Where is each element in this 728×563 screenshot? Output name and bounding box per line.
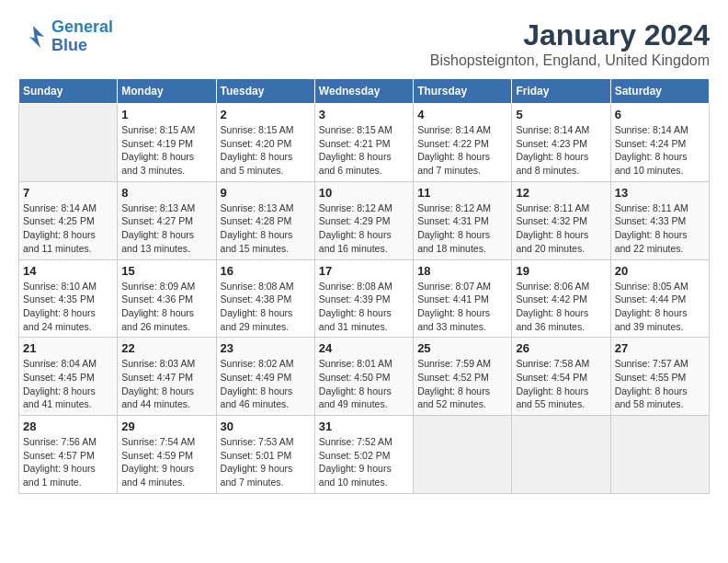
day-number: 11: [417, 186, 507, 200]
day-number: 30: [221, 419, 311, 433]
day-number: 2: [221, 108, 311, 121]
day-number: 5: [516, 108, 606, 121]
daylight-text: Daylight: 8 hours and 39 minutes.: [615, 306, 705, 333]
day-number: 15: [121, 264, 211, 278]
calendar-cell: 12Sunrise: 8:11 AMSunset: 4:32 PMDayligh…: [512, 181, 610, 259]
calendar-cell: 20Sunrise: 8:05 AMSunset: 4:44 PMDayligh…: [610, 259, 709, 338]
calendar-table: SundayMondayTuesdayWednesdayThursdayFrid…: [18, 78, 710, 494]
day-number: 31: [319, 419, 409, 433]
day-number: 29: [121, 419, 211, 433]
day-number: 13: [615, 186, 705, 200]
sunset-text: Sunset: 4:28 PM: [221, 214, 311, 228]
day-number: 7: [23, 186, 113, 200]
calendar-cell: 3Sunrise: 8:15 AMSunset: 4:21 PMDaylight…: [314, 104, 413, 182]
day-info: Sunrise: 7:54 AMSunset: 4:59 PMDaylight:…: [121, 435, 211, 489]
month-title: January 2024: [430, 18, 710, 52]
day-number: 8: [121, 186, 211, 200]
logo-text: General Blue: [51, 18, 113, 55]
sunset-text: Sunset: 5:02 PM: [319, 449, 409, 463]
sunset-text: Sunset: 4:27 PM: [121, 214, 211, 228]
calendar-cell: [414, 416, 512, 494]
daylight-text: Daylight: 8 hours and 7 minutes.: [417, 150, 507, 177]
day-info: Sunrise: 7:58 AMSunset: 4:54 PMDaylight:…: [516, 357, 606, 411]
daylight-text: Daylight: 8 hours and 58 minutes.: [615, 385, 705, 411]
day-info: Sunrise: 8:15 AMSunset: 4:19 PMDaylight:…: [121, 123, 211, 178]
sunset-text: Sunset: 4:50 PM: [319, 371, 409, 385]
calendar-cell: 28Sunrise: 7:56 AMSunset: 4:57 PMDayligh…: [19, 416, 118, 494]
day-number: 4: [417, 108, 507, 121]
calendar-cell: 7Sunrise: 8:14 AMSunset: 4:25 PMDaylight…: [19, 181, 118, 259]
sunset-text: Sunset: 4:21 PM: [319, 137, 409, 151]
day-info: Sunrise: 8:07 AMSunset: 4:41 PMDaylight:…: [417, 280, 507, 334]
calendar-cell: 4Sunrise: 8:14 AMSunset: 4:22 PMDaylight…: [414, 104, 512, 182]
daylight-text: Daylight: 8 hours and 13 minutes.: [121, 228, 211, 255]
day-number: 16: [221, 264, 311, 278]
sunset-text: Sunset: 5:01 PM: [221, 449, 311, 463]
sunrise-text: Sunrise: 8:15 AM: [121, 123, 211, 137]
logo-line1: General: [51, 17, 113, 36]
calendar-cell: 22Sunrise: 8:03 AMSunset: 4:47 PMDayligh…: [118, 338, 216, 416]
sunset-text: Sunset: 4:36 PM: [121, 293, 211, 306]
sunset-text: Sunset: 4:54 PM: [516, 371, 606, 385]
calendar-cell: 24Sunrise: 8:01 AMSunset: 4:50 PMDayligh…: [314, 338, 413, 416]
sunset-text: Sunset: 4:44 PM: [615, 293, 705, 306]
day-info: Sunrise: 8:14 AMSunset: 4:23 PMDaylight:…: [516, 123, 606, 178]
sunset-text: Sunset: 4:38 PM: [221, 293, 311, 306]
daylight-text: Daylight: 8 hours and 11 minutes.: [23, 228, 113, 255]
day-info: Sunrise: 8:08 AMSunset: 4:39 PMDaylight:…: [319, 280, 409, 334]
sunset-text: Sunset: 4:19 PM: [121, 137, 211, 151]
daylight-text: Daylight: 8 hours and 15 minutes.: [221, 228, 311, 255]
day-info: Sunrise: 8:11 AMSunset: 4:32 PMDaylight:…: [516, 201, 606, 256]
calendar-cell: 29Sunrise: 7:54 AMSunset: 4:59 PMDayligh…: [118, 416, 216, 494]
daylight-text: Daylight: 8 hours and 46 minutes.: [221, 385, 311, 411]
calendar-cell: 2Sunrise: 8:15 AMSunset: 4:20 PMDaylight…: [216, 104, 314, 182]
day-info: Sunrise: 8:10 AMSunset: 4:35 PMDaylight:…: [23, 280, 113, 334]
sunrise-text: Sunrise: 8:02 AM: [221, 357, 311, 371]
sunset-text: Sunset: 4:39 PM: [319, 293, 409, 306]
sunrise-text: Sunrise: 8:13 AM: [221, 201, 311, 215]
calendar-cell: 13Sunrise: 8:11 AMSunset: 4:33 PMDayligh…: [610, 181, 709, 259]
calendar-cell: 16Sunrise: 8:08 AMSunset: 4:38 PMDayligh…: [216, 259, 314, 338]
daylight-text: Daylight: 8 hours and 29 minutes.: [221, 306, 311, 333]
day-info: Sunrise: 8:06 AMSunset: 4:42 PMDaylight:…: [516, 280, 606, 334]
daylight-text: Daylight: 8 hours and 33 minutes.: [417, 306, 507, 333]
sunrise-text: Sunrise: 7:53 AM: [221, 435, 311, 449]
calendar-week-row: 1Sunrise: 8:15 AMSunset: 4:19 PMDaylight…: [19, 104, 710, 182]
daylight-text: Daylight: 8 hours and 26 minutes.: [121, 306, 211, 333]
sunset-text: Sunset: 4:20 PM: [221, 137, 311, 151]
daylight-text: Daylight: 9 hours and 10 minutes.: [319, 462, 409, 488]
daylight-text: Daylight: 8 hours and 36 minutes.: [516, 306, 606, 333]
day-info: Sunrise: 8:03 AMSunset: 4:47 PMDaylight:…: [121, 357, 211, 411]
sunrise-text: Sunrise: 8:12 AM: [319, 201, 409, 215]
title-area: January 2024 Bishopsteignton, England, U…: [430, 18, 710, 69]
daylight-text: Daylight: 8 hours and 24 minutes.: [23, 306, 113, 333]
sunset-text: Sunset: 4:32 PM: [516, 214, 606, 228]
day-info: Sunrise: 8:14 AMSunset: 4:25 PMDaylight:…: [23, 201, 113, 256]
sunrise-text: Sunrise: 8:01 AM: [319, 357, 409, 371]
sunrise-text: Sunrise: 8:15 AM: [319, 123, 409, 137]
sunrise-text: Sunrise: 8:14 AM: [516, 123, 606, 137]
daylight-text: Daylight: 8 hours and 5 minutes.: [221, 150, 311, 177]
daylight-text: Daylight: 8 hours and 8 minutes.: [516, 150, 606, 177]
day-number: 6: [615, 108, 705, 121]
header: General Blue January 2024 Bishopsteignto…: [18, 18, 710, 69]
day-number: 14: [23, 264, 113, 278]
day-info: Sunrise: 8:01 AMSunset: 4:50 PMDaylight:…: [319, 357, 409, 411]
sunrise-text: Sunrise: 8:14 AM: [23, 201, 113, 215]
day-info: Sunrise: 8:13 AMSunset: 4:28 PMDaylight:…: [221, 201, 311, 256]
day-number: 27: [615, 341, 705, 355]
daylight-text: Daylight: 8 hours and 31 minutes.: [319, 306, 409, 333]
header-monday: Monday: [118, 79, 216, 104]
sunset-text: Sunset: 4:42 PM: [516, 293, 606, 306]
calendar-cell: 10Sunrise: 8:12 AMSunset: 4:29 PMDayligh…: [314, 181, 413, 259]
logo-icon: [18, 22, 48, 52]
day-number: 22: [121, 341, 211, 355]
sunset-text: Sunset: 4:29 PM: [319, 214, 409, 228]
sunset-text: Sunset: 4:31 PM: [417, 214, 507, 228]
sunset-text: Sunset: 4:25 PM: [23, 214, 113, 228]
day-number: 21: [23, 341, 113, 355]
day-number: 20: [615, 264, 705, 278]
sunrise-text: Sunrise: 8:11 AM: [615, 201, 705, 215]
daylight-text: Daylight: 9 hours and 4 minutes.: [121, 462, 211, 488]
day-info: Sunrise: 8:15 AMSunset: 4:20 PMDaylight:…: [221, 123, 311, 178]
